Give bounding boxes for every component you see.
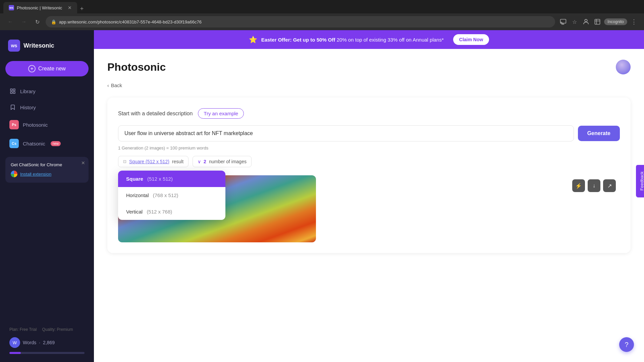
back-nav-button[interactable]: ← <box>5 17 15 27</box>
chatsonic-label: Chatsonic <box>23 141 45 146</box>
back-label: Back <box>111 82 122 88</box>
history-label: History <box>20 105 36 110</box>
dropdown-item-horizontal[interactable]: Horizontal (768 x 512) <box>118 187 225 203</box>
prompt-input[interactable] <box>118 125 574 141</box>
reload-button[interactable]: ↻ <box>32 17 42 27</box>
claim-now-button[interactable]: Claim Now <box>453 34 489 45</box>
sidebar: ws Writesonic + Create new Library Histo… <box>0 30 94 362</box>
flash-button[interactable]: ⚡ <box>572 179 585 192</box>
photosonic-icon: Ps <box>9 120 19 129</box>
chrome-install-link[interactable]: Install extension <box>11 171 83 177</box>
chatsonic-new-badge: new <box>51 141 61 146</box>
browser-nav: ← → ↻ 🔒 app.writesonic.com/photosonic/c4… <box>0 13 644 30</box>
create-new-label: Create new <box>38 66 66 72</box>
new-tab-button[interactable]: + <box>77 4 87 13</box>
feedback-tab[interactable]: Feedback <box>636 165 644 197</box>
help-button[interactable]: ? <box>619 337 634 352</box>
lock-icon: 🔒 <box>51 19 56 24</box>
sidebar-bottom: Plan: Free Trial Quality: Premium W Word… <box>5 324 89 355</box>
logo-text: Writesonic <box>23 42 54 49</box>
library-icon <box>9 88 16 95</box>
forward-nav-button[interactable]: → <box>19 17 29 27</box>
description-header: Start with a detailed description Try an… <box>118 108 620 119</box>
size-option-button[interactable]: ⊡ Square (512 x 512) result <box>118 156 189 167</box>
dropdown-item-vertical[interactable]: Vertical (512 x 768) <box>118 203 225 220</box>
help-icon: ? <box>625 341 628 349</box>
image-actions: ⚡ ↓ ↗ <box>572 179 616 192</box>
cast-icon[interactable] <box>558 17 568 26</box>
plan-info: Plan: Free Trial Quality: Premium <box>5 324 89 335</box>
svg-rect-0 <box>560 19 566 23</box>
dropdown-item-square[interactable]: Square (512 x 512) <box>118 171 225 187</box>
images-count-chevron-icon: ∨ <box>198 159 201 164</box>
try-example-button[interactable]: Try an example <box>198 108 244 119</box>
chrome-promo: ✕ Get ChatSonic for Chrome Install exten… <box>5 157 89 183</box>
generate-button[interactable]: Generate <box>578 126 620 141</box>
create-new-button[interactable]: + Create new <box>5 61 89 76</box>
options-row: ⊡ Square (512 x 512) result ∨ 2 number o… <box>118 156 620 167</box>
tab-bar: ws Photosonic | Writesonic ✕ + <box>0 0 644 13</box>
page-content: Photosonic ‹ Back Start with a detailed … <box>94 49 644 362</box>
address-text: app.writesonic.com/photosonic/c40831b7-5… <box>59 19 202 24</box>
browser-action-icons: ☆ Incognito ⋮ <box>558 17 639 26</box>
sidebar-item-photosonic[interactable]: Ps Photosonic <box>5 117 89 133</box>
chrome-promo-title: Get ChatSonic for Chrome <box>11 162 83 167</box>
size-result-label: result <box>172 159 183 164</box>
tab-close-button[interactable]: ✕ <box>68 5 72 10</box>
svg-rect-2 <box>10 89 12 90</box>
history-icon <box>9 104 16 111</box>
sidebar-item-chatsonic[interactable]: Cs Chatsonic new <box>5 135 89 152</box>
promo-banner: ⭐ Easter Offer: Get up to 50% Off 20% on… <box>94 30 644 49</box>
tab-title: Photosonic | Writesonic <box>17 5 65 10</box>
chrome-logo <box>11 171 17 177</box>
prompt-row: Generate <box>118 125 620 141</box>
size-dropdown-menu: Square (512 x 512) Horizontal (768 x 512… <box>118 171 225 220</box>
chatsonic-icon: Cs <box>9 139 19 148</box>
tab-favicon: ws <box>9 5 14 10</box>
user-avatar-small: W <box>9 337 20 348</box>
svg-point-1 <box>585 19 587 22</box>
user-avatar-img <box>616 60 631 74</box>
back-button[interactable]: ‹ Back <box>107 82 631 88</box>
user-avatar[interactable] <box>616 60 631 74</box>
words-progress-bar <box>9 352 85 354</box>
images-count-value: 2 <box>204 159 206 164</box>
words-row: W Words · 2,869 <box>5 335 89 351</box>
plus-icon: + <box>28 65 36 72</box>
logo-icon: ws <box>8 40 20 52</box>
incognito-badge[interactable]: Incognito <box>604 18 627 25</box>
svg-rect-3 <box>13 89 15 90</box>
share-button[interactable]: ↗ <box>603 179 616 192</box>
description-label: Start with a detailed description <box>118 111 193 117</box>
svg-rect-4 <box>13 92 15 94</box>
svg-rect-5 <box>10 92 12 94</box>
sidebar-item-history[interactable]: History <box>5 101 89 114</box>
size-link[interactable]: Square (512 x 512) <box>129 159 169 164</box>
content-card: Start with a detailed description Try an… <box>107 98 631 253</box>
photosonic-label: Photosonic <box>23 122 48 128</box>
feedback-label: Feedback <box>639 171 644 190</box>
page-header: Photosonic <box>107 60 631 74</box>
bookmark-icon[interactable]: ☆ <box>570 17 579 26</box>
profile-icon[interactable] <box>581 17 591 26</box>
menu-icon[interactable]: ⋮ <box>629 17 639 26</box>
images-count-button[interactable]: ∨ 2 number of images <box>193 156 252 167</box>
extensions-icon[interactable] <box>593 17 602 26</box>
progress-fill <box>9 352 21 354</box>
size-option-icon: ⊡ <box>123 159 126 164</box>
main-content: ⭐ Easter Offer: Get up to 50% Off 20% on… <box>94 30 644 362</box>
library-label: Library <box>20 88 36 94</box>
banner-star-icon: ⭐ <box>249 36 257 44</box>
images-count-label: number of images <box>209 159 247 164</box>
logo: ws Writesonic <box>5 37 89 54</box>
download-button[interactable]: ↓ <box>588 179 600 192</box>
generation-info: 1 Generation (2 images) = 100 premium wo… <box>118 145 620 150</box>
address-bar[interactable]: 🔒 app.writesonic.com/photosonic/c40831b7… <box>46 16 555 27</box>
page-title: Photosonic <box>107 61 166 73</box>
banner-text: Easter Offer: Get up to 50% Off 20% on t… <box>261 37 444 43</box>
sidebar-item-library[interactable]: Library <box>5 84 89 98</box>
chrome-promo-close-button[interactable]: ✕ <box>81 160 85 166</box>
back-chevron-icon: ‹ <box>107 83 109 88</box>
active-tab[interactable]: ws Photosonic | Writesonic ✕ <box>3 2 77 13</box>
